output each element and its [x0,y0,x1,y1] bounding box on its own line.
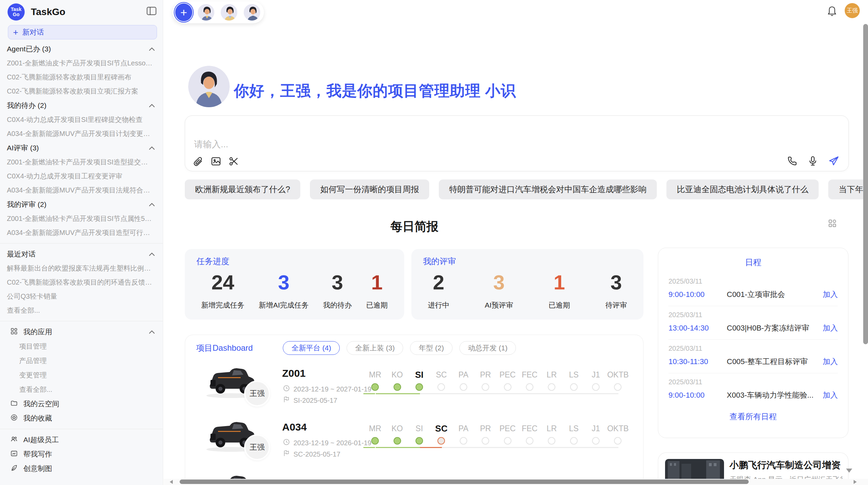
suggestion-chip-4[interactable]: 比亚迪全固态电池计划具体说了什么 [666,179,819,199]
project-row[interactable]: 王强 A034 2023-12-19 ~ 2026-01-19 SC-2025-… [185,413,643,467]
milestone-PEC[interactable]: PEC [496,359,518,391]
dashboard-tab-2[interactable]: 全新上装 (3) [347,341,403,355]
schedule-view-all-link[interactable]: 查看所有日程 [658,411,848,422]
milestone-PR[interactable]: PR [474,359,496,391]
chevron-up-icon[interactable] [149,104,155,108]
schedule-join-button[interactable]: 加入 [823,289,838,300]
microphone-icon[interactable] [807,156,818,166]
sidebar-tool-people[interactable]: AI超级员工 [0,433,163,447]
chevron-up-icon[interactable] [149,47,155,51]
milestone-SI[interactable]: SI [408,413,430,445]
sidebar-item[interactable]: 查看全部... [0,303,163,318]
chevron-up-icon[interactable] [149,252,155,256]
schedule-join-button[interactable]: 加入 [823,390,838,400]
suggestion-chip-3[interactable]: 特朗普可能对进口汽车增税会对中国车企造成哪些影响 [439,179,657,199]
milestone-LS[interactable]: LS [563,413,585,445]
dashboard-title: 项目Dashboard [196,343,253,353]
sidebar-section-header[interactable]: 最近对话 [0,247,163,261]
sidebar-item[interactable]: C0X4-动力总成开发项目工程变更评审 [0,169,163,183]
image-icon[interactable] [210,156,221,167]
suggestion-chip-2[interactable]: 如何写一份清晰的项目周报 [310,179,429,199]
vertical-scrollbar-thumb[interactable] [863,24,868,344]
milestone-LS[interactable]: LS [563,359,585,391]
chat-input[interactable] [185,116,848,153]
chevron-up-icon[interactable] [149,203,155,207]
scroll-left-arrow-icon[interactable] [170,480,173,484]
sidebar-item[interactable]: A034-全新新能源MUV产品开发项目法规符合性评审 [0,183,163,197]
sidebar-section-header[interactable]: 我的评审 (2) [0,197,163,212]
agent-avatar-1[interactable] [197,3,215,22]
sidebar-item-my-apps[interactable]: 我的应用 [0,325,163,339]
sidebar-item[interactable]: Z001-全新燃油轻卡产品开发项目SI节点属性5D文件评审 [0,212,163,226]
milestone-PA[interactable]: PA [453,359,474,391]
milestone-MR[interactable]: MR [364,413,386,445]
milestone-SC[interactable]: SC [430,413,452,445]
milestone-KO[interactable]: KO [386,413,408,445]
sidebar-section-header[interactable]: Agent已办 (3) [0,42,163,56]
notification-bell-icon[interactable] [827,5,837,18]
milestone-MR[interactable]: MR [364,359,386,391]
milestone-SC[interactable]: SC [430,359,452,391]
milestone-PR[interactable]: PR [474,413,496,445]
chevron-up-icon[interactable] [149,146,155,150]
layout-grid-icon[interactable] [828,219,837,229]
sidebar-section-header[interactable]: AI评审 (3) [0,141,163,155]
milestone-J1[interactable]: J1 [585,413,607,445]
attachment-icon[interactable] [193,156,204,167]
milestone-PA[interactable]: PA [453,413,474,445]
sidebar-item[interactable]: C02-飞腾新能源轻客改款项目立项汇报方案 [0,84,163,98]
stat-card-task-progress: 任务进度 24新增完成任务3新增AI完成任务3我的待办1已逾期 [185,249,404,320]
milestone-PEC[interactable]: PEC [496,413,518,445]
suggestion-chip-5[interactable]: 当下年轻人对汽车外观有怎样的喜好趋势 [828,179,868,199]
dashboard-tab-1[interactable]: 全新平台 (4) [283,341,340,355]
sidebar-app-item[interactable]: 查看全部... [0,382,163,397]
user-avatar[interactable]: 王强 [845,3,860,18]
agent-avatar-2[interactable] [220,3,238,22]
schedule-join-button[interactable]: 加入 [823,323,838,333]
sidebar-app-item[interactable]: 项目管理 [0,339,163,353]
sidebar-item[interactable]: 公司Q3轻卡销量 [0,289,163,303]
milestone-OKTB[interactable]: OKTB [607,413,629,445]
schedule-join-button[interactable]: 加入 [823,357,838,367]
sidebar-item-folder[interactable]: 我的云空间 [0,397,163,411]
schedule-entry: 2025/03/11 10:30-11:30 C005-整车工程目标评审 加入 [668,340,838,373]
milestone-FEC[interactable]: FEC [519,359,541,391]
sidebar-tool-write[interactable]: 帮我写作 [0,447,163,461]
sidebar-item-star[interactable]: 我的收藏 [0,411,163,425]
send-icon[interactable] [828,155,840,167]
scroll-down-arrow-icon[interactable] [846,469,852,473]
sidebar-collapse-icon[interactable] [146,6,157,17]
scissors-icon[interactable] [228,156,239,167]
project-row[interactable]: 王强 Z001 2023-12-19 ~ 2027-01-19 SI-2025-… [185,359,643,413]
milestone-J1[interactable]: J1 [585,359,607,391]
sidebar-item[interactable]: A034-全新新能源MUV产品开发项目计划变更表编写 [0,127,163,141]
sidebar-item[interactable]: C02-飞腾新能源轻客改款项目里程碑画布 [0,70,163,84]
milestone-connector [398,447,420,448]
milestone-OKTB[interactable]: OKTB [607,359,629,391]
dashboard-tab-3[interactable]: 年型 (2) [410,341,453,355]
agent-avatar-3[interactable] [243,3,261,22]
sidebar-section-header[interactable]: 我的待办 (2) [0,98,163,113]
suggestion-chip-1[interactable]: 欧洲新规最近颁布了什么? [185,179,300,199]
sidebar-app-item[interactable]: 产品管理 [0,353,163,368]
sidebar-item[interactable]: C0X4-动力总成开发项目SI里程碑提交物检查 [0,113,163,127]
add-agent-button[interactable]: + [175,3,192,21]
sidebar-item[interactable]: C02-飞腾新能源轻客改款项目的闭环通告反馈情况 [0,275,163,289]
scroll-right-arrow-icon[interactable] [854,480,857,484]
sidebar-item[interactable]: Z001-全新燃油轻卡产品开发项目SI造型提交物评审 [0,155,163,169]
new-chat-button[interactable]: + 新对话 [8,25,157,39]
milestone-SI[interactable]: SI [408,359,430,391]
voice-call-icon[interactable] [787,156,798,166]
milestone-KO[interactable]: KO [386,359,408,391]
sidebar-item[interactable]: A034-全新新能源MUV产品开发项目造型可行性评审 [0,226,163,240]
chevron-up-icon[interactable] [149,330,155,334]
sidebar-item[interactable]: 解释最新出台的欧盟报废车法规再生塑料比例被调至15%... [0,261,163,275]
sidebar-item[interactable]: Z001-全新燃油皮卡产品开发项目SI节点Lesson Learn报告 [0,56,163,70]
sidebar-tool-feather[interactable]: 创意制图 [0,461,163,476]
milestone-LR[interactable]: LR [541,359,563,391]
sidebar-app-item[interactable]: 变更管理 [0,368,163,382]
horizontal-scrollbar-thumb[interactable] [180,480,749,484]
milestone-FEC[interactable]: FEC [519,413,541,445]
milestone-LR[interactable]: LR [541,413,563,445]
dashboard-tab-4[interactable]: 动总开发 (1) [459,341,516,355]
